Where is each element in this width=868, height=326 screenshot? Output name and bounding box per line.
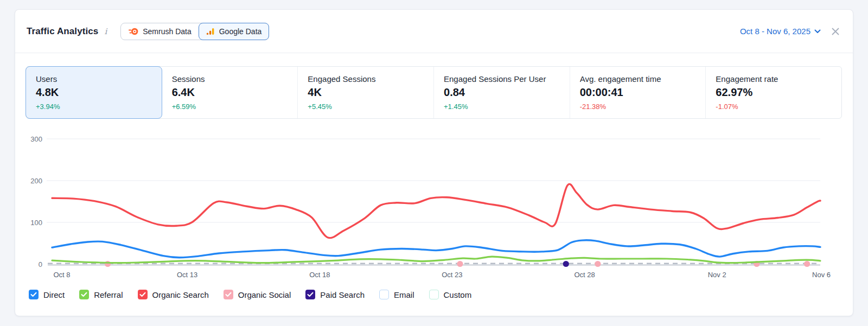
data-source-toggle: Semrush Data Google Data: [120, 23, 269, 40]
google-analytics-icon: [206, 27, 215, 36]
checkbox-checked-organic-search[interactable]: [138, 290, 148, 299]
metric-card-users[interactable]: Users4.8K+3.94%: [25, 66, 162, 119]
data-point-organic-social[interactable]: [105, 261, 111, 267]
metric-card-engaged-sessions-per-user[interactable]: Engaged Sessions Per User0.84+1.45%: [434, 67, 570, 118]
y-axis-label-0: 0: [39, 260, 42, 269]
channel-legend: DirectReferralOrganic SearchOrganic Soci…: [29, 290, 853, 299]
y-axis-label-100: 100: [30, 219, 42, 227]
metric-delta: +5.45%: [308, 103, 424, 111]
legend-item-custom[interactable]: Custom: [429, 290, 472, 299]
page-title: Traffic Analytics: [27, 26, 98, 37]
checkbox-checked-referral[interactable]: [79, 290, 89, 299]
legend-item-paid-search[interactable]: Paid Search: [305, 290, 365, 299]
metric-label: Sessions: [172, 74, 288, 84]
metric-label: Engagement rate: [716, 74, 832, 84]
metric-label: Avg. engagement time: [580, 74, 696, 84]
data-point-organic-social[interactable]: [595, 261, 601, 267]
metric-value: 6.4K: [172, 86, 288, 99]
data-point-organic-social[interactable]: [457, 261, 463, 267]
data-point-paid-search[interactable]: [563, 261, 569, 267]
toggle-semrush-label: Semrush Data: [143, 27, 191, 36]
metric-delta: +6.59%: [172, 103, 288, 111]
metric-label: Users: [36, 74, 152, 84]
close-icon[interactable]: [831, 27, 840, 36]
x-axis-label-oct-13: Oct 13: [177, 271, 197, 279]
y-axis-label-300: 300: [30, 135, 42, 143]
checkbox-unchecked-email[interactable]: [379, 290, 389, 299]
metric-value: 4K: [308, 86, 424, 99]
legend-item-email[interactable]: Email: [379, 290, 414, 299]
metric-delta: +3.94%: [36, 103, 152, 111]
y-axis-label-200: 200: [30, 177, 42, 185]
traffic-chart: 0100200300Oct 8Oct 13Oct 18Oct 23Oct 28N…: [15, 127, 854, 285]
legend-label-organic-search: Organic Search: [152, 290, 209, 299]
metric-card-engaged-sessions[interactable]: Engaged Sessions4K+5.45%: [298, 67, 434, 118]
metric-delta: -21.38%: [580, 103, 696, 111]
legend-item-direct[interactable]: Direct: [29, 290, 65, 299]
checkbox-checked-organic-social[interactable]: [224, 290, 233, 299]
x-axis-label-nov-6: Nov 6: [812, 271, 831, 279]
info-icon[interactable]: i: [104, 27, 107, 36]
semrush-logo-icon: [129, 27, 138, 36]
date-range-label: Oct 8 - Nov 6, 2025: [740, 27, 810, 36]
metric-label: Engaged Sessions: [308, 74, 424, 84]
legend-item-organic-social[interactable]: Organic Social: [224, 290, 291, 299]
x-axis-label-oct-18: Oct 18: [309, 271, 330, 279]
legend-item-organic-search[interactable]: Organic Search: [138, 290, 209, 299]
legend-label-organic-social: Organic Social: [238, 290, 291, 299]
checkbox-checked-paid-search[interactable]: [305, 290, 315, 299]
legend-label-custom: Custom: [444, 290, 472, 299]
metric-value: 4.8K: [36, 86, 152, 99]
data-point-organic-social[interactable]: [804, 261, 810, 267]
metric-value: 0.84: [444, 86, 560, 99]
metric-card-avg-engagement-time[interactable]: Avg. engagement time00:00:41-21.38%: [570, 67, 706, 118]
toggle-google-label: Google Data: [219, 27, 262, 36]
legend-item-referral[interactable]: Referral: [79, 290, 123, 299]
checkbox-checked-direct[interactable]: [29, 290, 39, 299]
legend-label-email: Email: [394, 290, 414, 299]
date-range-picker[interactable]: Oct 8 - Nov 6, 2025: [740, 27, 821, 36]
metrics-row: Users4.8K+3.94%Sessions6.4K+6.59%Engaged…: [25, 66, 842, 119]
metric-card-engagement-rate[interactable]: Engagement rate62.97%-1.07%: [706, 67, 841, 118]
toggle-semrush-data[interactable]: Semrush Data: [121, 23, 199, 40]
metric-label: Engaged Sessions Per User: [444, 74, 560, 84]
metric-delta: +1.45%: [444, 103, 560, 111]
legend-label-referral: Referral: [94, 290, 123, 299]
metric-value: 00:00:41: [580, 86, 696, 99]
chart-area: 0100200300Oct 8Oct 13Oct 18Oct 23Oct 28N…: [15, 127, 853, 285]
legend-label-direct: Direct: [43, 290, 65, 299]
metric-delta: -1.07%: [716, 103, 832, 111]
x-axis-label-oct-28: Oct 28: [574, 271, 595, 279]
chevron-down-icon: [814, 29, 821, 34]
line-referral[interactable]: [52, 257, 820, 263]
x-axis-label-oct-23: Oct 23: [442, 271, 462, 279]
line-direct[interactable]: [52, 240, 820, 258]
legend-label-paid-search: Paid Search: [320, 290, 365, 299]
metric-value: 62.97%: [716, 86, 832, 99]
line-organic-search[interactable]: [52, 184, 820, 238]
metric-card-sessions[interactable]: Sessions6.4K+6.59%: [162, 67, 298, 118]
x-axis-label-nov-2: Nov 2: [708, 271, 726, 279]
x-axis-label-oct-8: Oct 8: [53, 271, 70, 279]
toggle-google-data[interactable]: Google Data: [199, 23, 270, 40]
checkbox-unchecked-custom[interactable]: [429, 290, 439, 299]
traffic-analytics-panel: Traffic Analytics i Semrush Data: [15, 9, 853, 316]
panel-header: Traffic Analytics i Semrush Data: [15, 10, 853, 53]
